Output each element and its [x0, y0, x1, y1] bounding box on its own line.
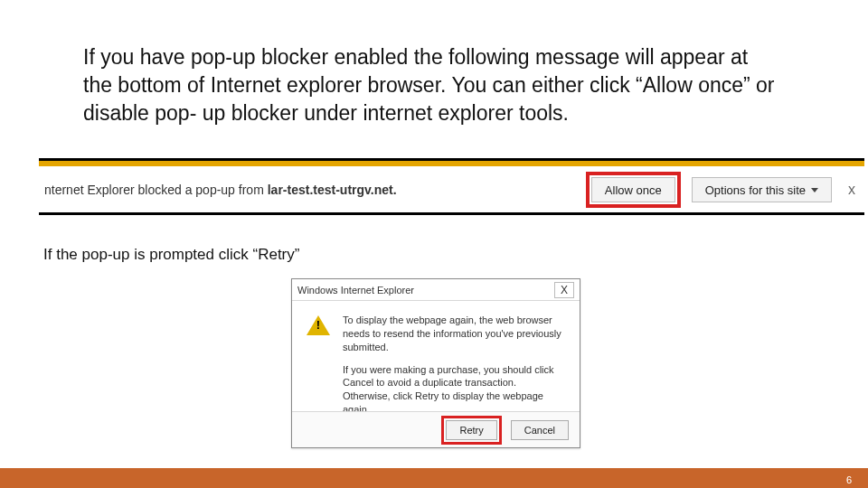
dialog-title-text: Windows Internet Explorer	[297, 285, 414, 296]
retry-instruction: If the pop-up is prompted click “Retry”	[43, 246, 299, 264]
chevron-down-icon	[811, 188, 818, 192]
orange-accent-stripe	[39, 161, 864, 166]
retry-highlight: Retry	[441, 416, 501, 445]
popup-block-prefix: nternet Explorer blocked a pop-up from	[44, 183, 268, 197]
instruction-heading: If you have pop-up blocker enabled the f…	[83, 43, 779, 127]
allow-once-button[interactable]: Allow once	[591, 177, 675, 202]
options-for-site-label: Options for this site	[705, 183, 806, 197]
dialog-paragraph-2: If you were making a purchase, you shoul…	[343, 363, 565, 417]
ie-resend-dialog: Windows Internet Explorer X To display t…	[291, 278, 580, 448]
popup-block-message: nternet Explorer blocked a pop-up from l…	[44, 183, 397, 197]
warning-icon	[307, 315, 330, 335]
allow-once-highlight: Allow once	[586, 172, 681, 208]
dialog-close-button[interactable]: X	[554, 282, 574, 298]
retry-button[interactable]: Retry	[446, 420, 496, 440]
options-for-site-button[interactable]: Options for this site	[692, 177, 832, 202]
popup-block-domain: lar-test.test-utrgv.net.	[268, 183, 397, 197]
popup-blocker-bar: nternet Explorer blocked a pop-up from l…	[39, 158, 864, 215]
cancel-button[interactable]: Cancel	[511, 420, 569, 440]
dialog-titlebar: Windows Internet Explorer X	[292, 279, 580, 301]
dialog-footer: Retry Cancel	[292, 411, 580, 447]
slide-footer-bar: 6	[0, 468, 868, 488]
page-number: 6	[846, 474, 852, 485]
dialog-body-text: To display the webpage again, the web br…	[343, 314, 565, 426]
dialog-paragraph-1: To display the webpage again, the web br…	[343, 314, 565, 354]
close-icon[interactable]: x	[848, 182, 855, 198]
